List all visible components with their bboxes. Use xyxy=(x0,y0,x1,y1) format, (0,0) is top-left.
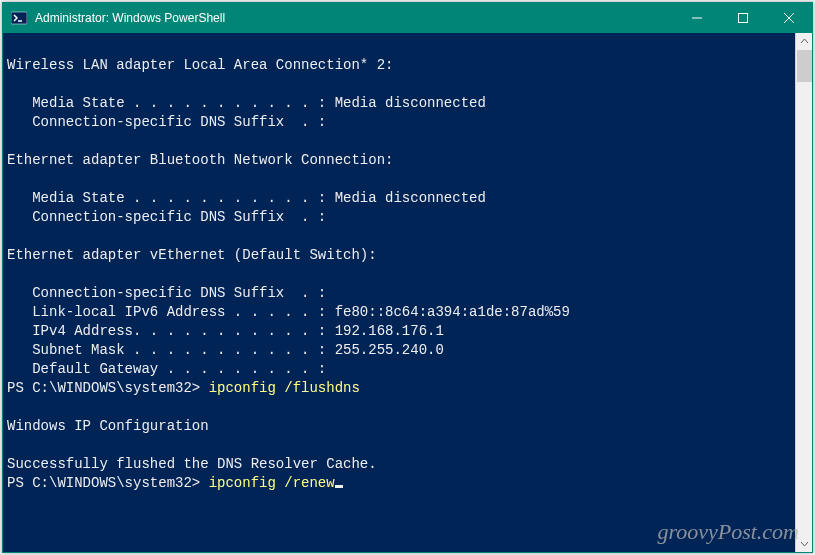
vertical-scrollbar[interactable] xyxy=(795,33,812,552)
ipconfig-header: Windows IP Configuration xyxy=(7,418,209,434)
ipv6-line: Link-local IPv6 Address . . . . . : fe80… xyxy=(7,304,570,320)
text-cursor xyxy=(335,485,343,488)
svg-rect-0 xyxy=(11,12,27,24)
media-state-line: Media State . . . . . . . . . . . : Medi… xyxy=(7,95,486,111)
command-text: ipconfig /renew xyxy=(209,475,335,491)
prompt-prefix: PS C:\WINDOWS\system32> xyxy=(7,380,209,396)
adapter-header: Ethernet adapter Bluetooth Network Conne… xyxy=(7,152,393,168)
titlebar[interactable]: Administrator: Windows PowerShell xyxy=(3,3,812,33)
close-button[interactable] xyxy=(766,3,812,33)
terminal-output[interactable]: Wireless LAN adapter Local Area Connecti… xyxy=(3,33,795,552)
scroll-up-button[interactable] xyxy=(796,33,812,50)
output-line: Wireless LAN adapter Local Area Connecti… xyxy=(7,37,795,493)
gateway-line: Default Gateway . . . . . . . . . : xyxy=(7,361,326,377)
adapter-header: Wireless LAN adapter Local Area Connecti… xyxy=(7,57,393,73)
svg-rect-3 xyxy=(739,14,748,23)
command-text: ipconfig /flushdns xyxy=(209,380,360,396)
media-state-line: Media State . . . . . . . . . . . : Medi… xyxy=(7,190,486,206)
scroll-down-button[interactable] xyxy=(796,535,812,552)
dns-suffix-line: Connection-specific DNS Suffix . : xyxy=(7,209,326,225)
minimize-button[interactable] xyxy=(674,3,720,33)
powershell-icon xyxy=(11,10,27,26)
dns-suffix-line: Connection-specific DNS Suffix . : xyxy=(7,114,326,130)
ipv4-line: IPv4 Address. . . . . . . . . . . : 192.… xyxy=(7,323,444,339)
window-controls xyxy=(674,3,812,33)
prompt-prefix: PS C:\WINDOWS\system32> xyxy=(7,475,209,491)
powershell-window: Administrator: Windows PowerShell Wirele… xyxy=(2,2,813,553)
flush-success-line: Successfully flushed the DNS Resolver Ca… xyxy=(7,456,377,472)
window-title: Administrator: Windows PowerShell xyxy=(35,11,674,25)
scroll-thumb[interactable] xyxy=(797,50,812,82)
dns-suffix-line: Connection-specific DNS Suffix . : xyxy=(7,285,326,301)
scroll-track[interactable] xyxy=(796,50,812,535)
maximize-button[interactable] xyxy=(720,3,766,33)
terminal-area: Wireless LAN adapter Local Area Connecti… xyxy=(3,33,812,552)
adapter-header: Ethernet adapter vEthernet (Default Swit… xyxy=(7,247,377,263)
subnet-line: Subnet Mask . . . . . . . . . . . : 255.… xyxy=(7,342,444,358)
